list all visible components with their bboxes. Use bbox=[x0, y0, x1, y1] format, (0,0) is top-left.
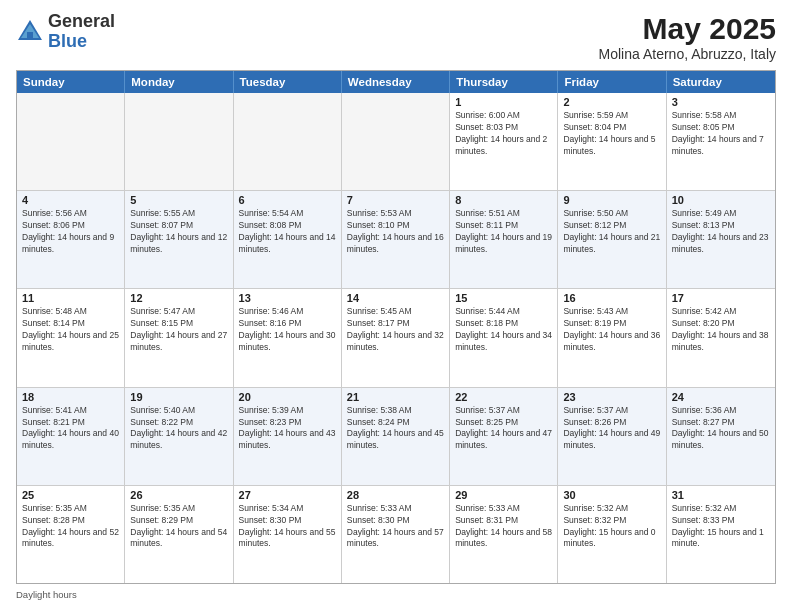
header: General Blue May 2025 Molina Aterno, Abr… bbox=[16, 12, 776, 62]
header-day-tuesday: Tuesday bbox=[234, 71, 342, 93]
day-cell-11: 11Sunrise: 5:48 AMSunset: 8:14 PMDayligh… bbox=[17, 289, 125, 386]
day-info: Sunrise: 5:49 AMSunset: 8:13 PMDaylight:… bbox=[672, 208, 770, 256]
day-number: 12 bbox=[130, 292, 227, 304]
day-cell-16: 16Sunrise: 5:43 AMSunset: 8:19 PMDayligh… bbox=[558, 289, 666, 386]
day-number: 28 bbox=[347, 489, 444, 501]
day-cell-21: 21Sunrise: 5:38 AMSunset: 8:24 PMDayligh… bbox=[342, 388, 450, 485]
day-number: 21 bbox=[347, 391, 444, 403]
empty-cell bbox=[17, 93, 125, 190]
day-info: Sunrise: 5:46 AMSunset: 8:16 PMDaylight:… bbox=[239, 306, 336, 354]
day-number: 27 bbox=[239, 489, 336, 501]
day-info: Sunrise: 5:35 AMSunset: 8:28 PMDaylight:… bbox=[22, 503, 119, 551]
day-number: 29 bbox=[455, 489, 552, 501]
day-number: 3 bbox=[672, 96, 770, 108]
day-cell-27: 27Sunrise: 5:34 AMSunset: 8:30 PMDayligh… bbox=[234, 486, 342, 583]
day-number: 16 bbox=[563, 292, 660, 304]
day-cell-1: 1Sunrise: 6:00 AMSunset: 8:03 PMDaylight… bbox=[450, 93, 558, 190]
day-cell-31: 31Sunrise: 5:32 AMSunset: 8:33 PMDayligh… bbox=[667, 486, 775, 583]
day-cell-19: 19Sunrise: 5:40 AMSunset: 8:22 PMDayligh… bbox=[125, 388, 233, 485]
day-number: 8 bbox=[455, 194, 552, 206]
day-info: Sunrise: 5:33 AMSunset: 8:30 PMDaylight:… bbox=[347, 503, 444, 551]
day-info: Sunrise: 5:38 AMSunset: 8:24 PMDaylight:… bbox=[347, 405, 444, 453]
day-cell-13: 13Sunrise: 5:46 AMSunset: 8:16 PMDayligh… bbox=[234, 289, 342, 386]
day-cell-30: 30Sunrise: 5:32 AMSunset: 8:32 PMDayligh… bbox=[558, 486, 666, 583]
day-cell-28: 28Sunrise: 5:33 AMSunset: 8:30 PMDayligh… bbox=[342, 486, 450, 583]
day-info: Sunrise: 5:35 AMSunset: 8:29 PMDaylight:… bbox=[130, 503, 227, 551]
day-number: 23 bbox=[563, 391, 660, 403]
calendar-row-2: 11Sunrise: 5:48 AMSunset: 8:14 PMDayligh… bbox=[17, 288, 775, 386]
day-cell-17: 17Sunrise: 5:42 AMSunset: 8:20 PMDayligh… bbox=[667, 289, 775, 386]
calendar-row-3: 18Sunrise: 5:41 AMSunset: 8:21 PMDayligh… bbox=[17, 387, 775, 485]
day-info: Sunrise: 5:36 AMSunset: 8:27 PMDaylight:… bbox=[672, 405, 770, 453]
day-info: Sunrise: 5:54 AMSunset: 8:08 PMDaylight:… bbox=[239, 208, 336, 256]
calendar-row-4: 25Sunrise: 5:35 AMSunset: 8:28 PMDayligh… bbox=[17, 485, 775, 583]
empty-cell bbox=[342, 93, 450, 190]
calendar-row-1: 4Sunrise: 5:56 AMSunset: 8:06 PMDaylight… bbox=[17, 190, 775, 288]
day-info: Sunrise: 5:45 AMSunset: 8:17 PMDaylight:… bbox=[347, 306, 444, 354]
day-number: 24 bbox=[672, 391, 770, 403]
day-number: 30 bbox=[563, 489, 660, 501]
day-info: Sunrise: 5:48 AMSunset: 8:14 PMDaylight:… bbox=[22, 306, 119, 354]
day-cell-14: 14Sunrise: 5:45 AMSunset: 8:17 PMDayligh… bbox=[342, 289, 450, 386]
day-info: Sunrise: 5:47 AMSunset: 8:15 PMDaylight:… bbox=[130, 306, 227, 354]
day-cell-25: 25Sunrise: 5:35 AMSunset: 8:28 PMDayligh… bbox=[17, 486, 125, 583]
logo: General Blue bbox=[16, 12, 115, 52]
day-cell-2: 2Sunrise: 5:59 AMSunset: 8:04 PMDaylight… bbox=[558, 93, 666, 190]
day-number: 26 bbox=[130, 489, 227, 501]
day-info: Sunrise: 5:39 AMSunset: 8:23 PMDaylight:… bbox=[239, 405, 336, 453]
day-number: 20 bbox=[239, 391, 336, 403]
day-number: 6 bbox=[239, 194, 336, 206]
day-number: 9 bbox=[563, 194, 660, 206]
day-number: 14 bbox=[347, 292, 444, 304]
svg-rect-2 bbox=[27, 32, 33, 40]
day-cell-22: 22Sunrise: 5:37 AMSunset: 8:25 PMDayligh… bbox=[450, 388, 558, 485]
header-day-friday: Friday bbox=[558, 71, 666, 93]
day-cell-23: 23Sunrise: 5:37 AMSunset: 8:26 PMDayligh… bbox=[558, 388, 666, 485]
empty-cell bbox=[234, 93, 342, 190]
day-cell-3: 3Sunrise: 5:58 AMSunset: 8:05 PMDaylight… bbox=[667, 93, 775, 190]
calendar-header: SundayMondayTuesdayWednesdayThursdayFrid… bbox=[17, 71, 775, 93]
day-number: 17 bbox=[672, 292, 770, 304]
day-cell-5: 5Sunrise: 5:55 AMSunset: 8:07 PMDaylight… bbox=[125, 191, 233, 288]
day-info: Sunrise: 5:43 AMSunset: 8:19 PMDaylight:… bbox=[563, 306, 660, 354]
day-number: 13 bbox=[239, 292, 336, 304]
day-number: 15 bbox=[455, 292, 552, 304]
calendar-body: 1Sunrise: 6:00 AMSunset: 8:03 PMDaylight… bbox=[17, 93, 775, 583]
day-info: Sunrise: 5:55 AMSunset: 8:07 PMDaylight:… bbox=[130, 208, 227, 256]
day-number: 1 bbox=[455, 96, 552, 108]
location: Molina Aterno, Abruzzo, Italy bbox=[599, 46, 776, 62]
day-info: Sunrise: 5:37 AMSunset: 8:25 PMDaylight:… bbox=[455, 405, 552, 453]
day-cell-6: 6Sunrise: 5:54 AMSunset: 8:08 PMDaylight… bbox=[234, 191, 342, 288]
header-day-thursday: Thursday bbox=[450, 71, 558, 93]
day-info: Sunrise: 5:50 AMSunset: 8:12 PMDaylight:… bbox=[563, 208, 660, 256]
day-info: Sunrise: 5:32 AMSunset: 8:33 PMDaylight:… bbox=[672, 503, 770, 551]
day-cell-10: 10Sunrise: 5:49 AMSunset: 8:13 PMDayligh… bbox=[667, 191, 775, 288]
header-day-wednesday: Wednesday bbox=[342, 71, 450, 93]
day-number: 19 bbox=[130, 391, 227, 403]
day-number: 31 bbox=[672, 489, 770, 501]
day-info: Sunrise: 5:58 AMSunset: 8:05 PMDaylight:… bbox=[672, 110, 770, 158]
header-day-sunday: Sunday bbox=[17, 71, 125, 93]
day-number: 5 bbox=[130, 194, 227, 206]
calendar-row-0: 1Sunrise: 6:00 AMSunset: 8:03 PMDaylight… bbox=[17, 93, 775, 190]
day-cell-26: 26Sunrise: 5:35 AMSunset: 8:29 PMDayligh… bbox=[125, 486, 233, 583]
day-cell-7: 7Sunrise: 5:53 AMSunset: 8:10 PMDaylight… bbox=[342, 191, 450, 288]
day-info: Sunrise: 6:00 AMSunset: 8:03 PMDaylight:… bbox=[455, 110, 552, 158]
day-number: 22 bbox=[455, 391, 552, 403]
logo-text: General Blue bbox=[48, 12, 115, 52]
day-info: Sunrise: 5:34 AMSunset: 8:30 PMDaylight:… bbox=[239, 503, 336, 551]
day-cell-12: 12Sunrise: 5:47 AMSunset: 8:15 PMDayligh… bbox=[125, 289, 233, 386]
day-info: Sunrise: 5:41 AMSunset: 8:21 PMDaylight:… bbox=[22, 405, 119, 453]
day-info: Sunrise: 5:40 AMSunset: 8:22 PMDaylight:… bbox=[130, 405, 227, 453]
footer-note: Daylight hours bbox=[16, 589, 776, 600]
page: General Blue May 2025 Molina Aterno, Abr… bbox=[0, 0, 792, 612]
logo-icon bbox=[16, 18, 44, 46]
calendar: SundayMondayTuesdayWednesdayThursdayFrid… bbox=[16, 70, 776, 584]
day-info: Sunrise: 5:44 AMSunset: 8:18 PMDaylight:… bbox=[455, 306, 552, 354]
day-cell-9: 9Sunrise: 5:50 AMSunset: 8:12 PMDaylight… bbox=[558, 191, 666, 288]
day-info: Sunrise: 5:56 AMSunset: 8:06 PMDaylight:… bbox=[22, 208, 119, 256]
header-day-monday: Monday bbox=[125, 71, 233, 93]
day-number: 25 bbox=[22, 489, 119, 501]
day-info: Sunrise: 5:37 AMSunset: 8:26 PMDaylight:… bbox=[563, 405, 660, 453]
header-day-saturday: Saturday bbox=[667, 71, 775, 93]
